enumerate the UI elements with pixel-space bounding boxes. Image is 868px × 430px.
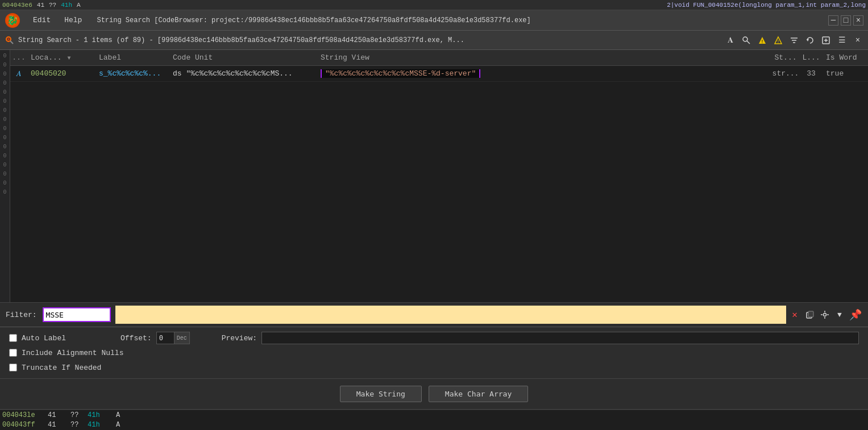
make-string-button[interactable]: Make String <box>340 386 422 402</box>
col-l-header[interactable]: L... <box>800 53 823 62</box>
col-isword-header[interactable]: Is Word <box>823 53 868 62</box>
truncate-checkbox[interactable] <box>9 364 17 371</box>
maximize-button[interactable]: □ <box>841 15 851 26</box>
table-body-empty <box>10 82 868 302</box>
make-char-array-button[interactable]: Make Char Array <box>429 386 528 402</box>
toolbar-warn1-btn[interactable]: ! <box>755 34 769 47</box>
search-toolbar-icon <box>3 34 16 47</box>
line-num-10: 0 <box>3 142 6 151</box>
table-row[interactable]: 𝐴 00405020 s_%c%c%c%c%... ds "%c%c%c%c%c… <box>10 66 868 82</box>
bottom-code-line-2: 004043ff 41 ?? 41h A <box>0 420 868 431</box>
bottom-hex-1: 41 <box>48 411 70 419</box>
auto-label-checkbox[interactable] <box>9 334 17 342</box>
toolbar-menu-btn[interactable]: ☰ <box>835 34 849 47</box>
bottom-q-2: ?? <box>70 421 88 429</box>
bottom-off-1: 41h <box>88 411 116 419</box>
top-right-text: 2|void FUN_0040152e(longlong param_1,int… <box>667 2 866 9</box>
filter-input[interactable] <box>46 311 92 319</box>
bottom-code-line-1: 004043le 41 ?? 41h A <box>0 410 868 420</box>
toolbar-export-btn[interactable] <box>819 34 833 47</box>
toolbar-close-btn[interactable]: × <box>851 34 865 47</box>
menu-help[interactable]: Help <box>59 14 88 27</box>
app-logo: 🐉 <box>5 12 20 28</box>
filter-icon-pin[interactable]: 📌 <box>849 308 862 322</box>
search-toolbar: String Search - 1 items (of 89) - [99986… <box>0 31 868 50</box>
minimize-button[interactable]: ─ <box>828 15 838 26</box>
line-num-8: 0 <box>3 124 6 133</box>
svg-line-2 <box>10 41 13 44</box>
bottom-off-2: 41h <box>88 421 116 429</box>
search-title: String Search - 1 items (of 89) - [99986… <box>18 36 721 44</box>
filter-icon-copy[interactable] <box>803 308 817 322</box>
close-button[interactable]: × <box>853 15 863 26</box>
svg-point-3 <box>743 37 747 41</box>
toolbar-warn2-btn[interactable]: ! <box>771 34 785 47</box>
line-num-9: 0 <box>3 133 6 142</box>
bottom-hex-2: 41 <box>48 421 70 429</box>
cell-location: 00405020 <box>27 69 95 78</box>
code-view-bottom: 004043le 41 ?? 41h A 004043ff 41 ?? 41h … <box>0 410 868 430</box>
include-nulls-row: Include Alignment Nulls <box>9 346 859 359</box>
svg-text:!: ! <box>776 39 779 45</box>
truncate-row: Truncate If Needed <box>9 361 859 374</box>
cell-label: s_%c%c%c%c%... <box>95 69 169 78</box>
toolbar-font-btn[interactable]: 𝐀 <box>724 34 737 47</box>
line-numbers: 0 0 0 0 0 0 0 0 0 0 0 0 0 0 0 0 <box>0 50 10 302</box>
window-title: String Search [CodeBrowser: project:/999… <box>97 16 826 24</box>
line-num-14: 0 <box>3 178 6 187</box>
svg-line-4 <box>747 41 750 44</box>
line-num-4: 0 <box>3 87 6 97</box>
top-code-bar: 004043e6 41 ?? 41h A 2|void FUN_0040152e… <box>0 0 868 10</box>
col-st-header[interactable]: St... <box>771 53 800 62</box>
preview-input[interactable] <box>261 332 859 344</box>
filter-yellow-area <box>115 306 787 324</box>
offset-label: Offset: <box>121 334 152 343</box>
col-label-header[interactable]: Label <box>95 53 169 62</box>
col-codeunit-header[interactable]: Code Unit <box>169 53 317 62</box>
offset-input[interactable] <box>157 334 174 342</box>
bottom-a-2: A <box>116 421 127 429</box>
svg-point-18 <box>824 314 827 316</box>
menu-bar: 🐉 Edit Help String Search [CodeBrowser: … <box>0 10 868 31</box>
line-num-2: 0 <box>3 69 6 78</box>
options-bar: Auto Label Offset: Dec Preview: Include … <box>0 327 868 379</box>
bottom-a-1: A <box>116 411 127 419</box>
top-qmarks: ?? <box>49 2 56 9</box>
line-num-15: 0 <box>3 187 6 197</box>
col-stringview-header[interactable]: String View <box>317 53 771 62</box>
table-area: ... Loca... ▼ Label Code Unit String Vie… <box>10 50 868 302</box>
top-addr: 004043e6 <box>2 2 32 9</box>
bottom-addr-2: 004043ff <box>2 421 48 429</box>
filter-icon-dropdown[interactable]: ▼ <box>833 308 846 322</box>
line-num-1: 0 <box>3 60 6 69</box>
filter-icon-settings[interactable] <box>818 308 832 322</box>
toolbar-search-btn[interactable] <box>740 34 753 47</box>
cell-stringview: "%c%c%c%c%c%c%c%c%cMSSE-%d-server" <box>317 69 771 78</box>
top-letter: A <box>77 2 81 9</box>
top-hex: 41 <box>37 2 44 9</box>
stringview-highlight: "%c%c%c%c%c%c%c%c%cMSSE-%d-server" <box>321 69 480 78</box>
include-nulls-checkbox[interactable] <box>9 349 17 357</box>
line-num-0: 0 <box>3 51 6 60</box>
line-num-6: 0 <box>3 106 6 115</box>
include-nulls-label: Include Alignment Nulls <box>22 349 123 357</box>
cell-anchor: 𝐴 <box>10 69 27 78</box>
offset-dec-label: Dec <box>174 332 189 344</box>
cell-st: str... <box>771 69 800 78</box>
window-controls: ─ □ × <box>828 15 863 26</box>
table-header: ... Loca... ▼ Label Code Unit String Vie… <box>10 50 868 66</box>
svg-text:!: ! <box>761 39 763 45</box>
toolbar-filter-btn[interactable] <box>787 34 801 47</box>
cell-codeunit: ds "%c%c%c%c%c%c%c%c%cMS... <box>169 69 317 78</box>
anchor-icon: 𝐴 <box>16 69 22 78</box>
svg-point-1 <box>7 38 10 40</box>
filter-clear-button[interactable]: ✕ <box>788 309 801 320</box>
line-num-11: 0 <box>3 151 6 160</box>
toolbar-refresh-btn[interactable] <box>803 34 817 47</box>
cell-isword: true <box>823 69 868 78</box>
content-area: 0 0 0 0 0 0 0 0 0 0 0 0 0 0 0 0 ... Loca… <box>0 50 868 302</box>
menu-edit[interactable]: Edit <box>27 14 56 27</box>
col-location-header[interactable]: Loca... ▼ <box>27 53 95 62</box>
dragon-icon: 🐉 <box>5 13 20 28</box>
line-num-7: 0 <box>3 115 6 124</box>
